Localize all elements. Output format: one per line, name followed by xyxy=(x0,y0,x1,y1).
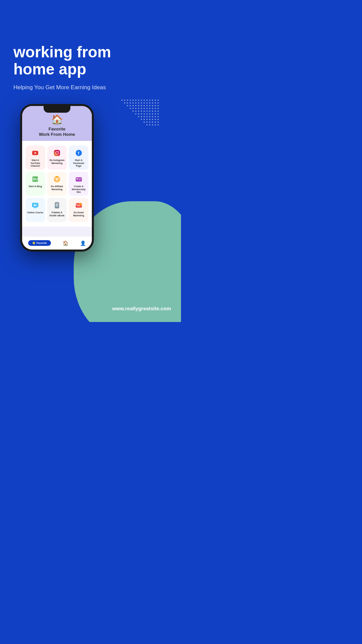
svg-text:f: f xyxy=(78,151,79,156)
affiliate-label: Do Affiliate Marketing xyxy=(49,185,66,191)
profile-icon: 👤 xyxy=(80,240,86,246)
svg-rect-2 xyxy=(54,150,60,156)
app-body: Start A YouTube Channel Do Instagram Mar… xyxy=(22,141,92,227)
app-logo-icon: 🏠 xyxy=(25,114,88,125)
subtitle: Helping You Get More Earning Ideas xyxy=(13,84,107,92)
grid-item-kindle[interactable]: Publish A Kindle eBook xyxy=(47,198,67,222)
facebook-icon: f xyxy=(74,148,83,158)
grid-item-instagram[interactable]: Do Instagram Marketing xyxy=(47,146,67,170)
svg-point-4 xyxy=(58,151,59,152)
nav-favorite[interactable]: ⭐ Favorite xyxy=(28,240,51,246)
instagram-icon xyxy=(52,148,62,158)
header-area: working from home app Helping You Get Mo… xyxy=(13,44,111,92)
grid-item-facebook[interactable]: f Start A Facebook Page xyxy=(69,146,88,170)
blog-label: Start A Blog xyxy=(28,185,42,188)
blog-icon: BLOG xyxy=(31,174,40,184)
nav-profile[interactable]: 👤 xyxy=(80,240,86,246)
nav-home[interactable]: 🏠 xyxy=(63,240,68,246)
course-icon xyxy=(31,201,40,210)
phone-screen: 🏠 Favorite Work From Home Start A YouTub… xyxy=(22,106,92,250)
youtube-label: Start A YouTube Channel xyxy=(27,159,44,167)
app-bottom-nav: ⭐ Favorite 🏠 👤 xyxy=(22,236,92,250)
grid-item-blog[interactable]: BLOG Start A Blog xyxy=(25,172,45,196)
kindle-label: Publish A Kindle eBook xyxy=(49,211,66,217)
membership-icon xyxy=(74,174,83,184)
instagram-label: Do Instagram Marketing xyxy=(49,159,66,165)
phone-notch xyxy=(44,106,70,113)
grid-item-affiliate[interactable]: Do Affiliate Marketing xyxy=(47,172,67,196)
svg-text:BLOG: BLOG xyxy=(33,178,39,181)
app-grid: Start A YouTube Channel Do Instagram Mar… xyxy=(25,144,89,223)
course-label: Online Course xyxy=(27,211,43,214)
website-url: www.reallygreatsite.com xyxy=(112,306,171,311)
grid-item-youtube[interactable]: Start A YouTube Channel xyxy=(25,146,45,170)
grid-item-membership[interactable]: Create A Membership Site xyxy=(69,172,88,196)
main-title: working from home app xyxy=(13,44,111,77)
svg-text:!: ! xyxy=(79,204,80,206)
youtube-icon xyxy=(31,148,40,158)
dot-pattern-decoration xyxy=(121,99,161,132)
star-icon: ⭐ xyxy=(32,241,36,245)
svg-rect-24 xyxy=(34,208,37,208)
membership-label: Create A Membership Site xyxy=(70,185,87,194)
facebook-label: Start A Facebook Page xyxy=(70,159,87,167)
app-header-title: Favorite Work From Home xyxy=(25,126,88,137)
grid-item-email[interactable]: ! Do Email Marketing xyxy=(69,198,88,222)
affiliate-icon xyxy=(52,174,62,184)
grid-item-course[interactable]: Online Course xyxy=(25,198,45,222)
favorite-label: Favorite xyxy=(37,241,47,245)
email-icon: ! xyxy=(74,201,83,210)
svg-rect-18 xyxy=(76,178,78,179)
email-label: Do Email Marketing xyxy=(70,211,87,217)
kindle-icon xyxy=(52,201,62,210)
home-icon: 🏠 xyxy=(63,240,68,246)
phone-mockup: 🏠 Favorite Work From Home Start A YouTub… xyxy=(7,104,104,292)
phone-outer-frame: 🏠 Favorite Work From Home Start A YouTub… xyxy=(20,104,94,252)
